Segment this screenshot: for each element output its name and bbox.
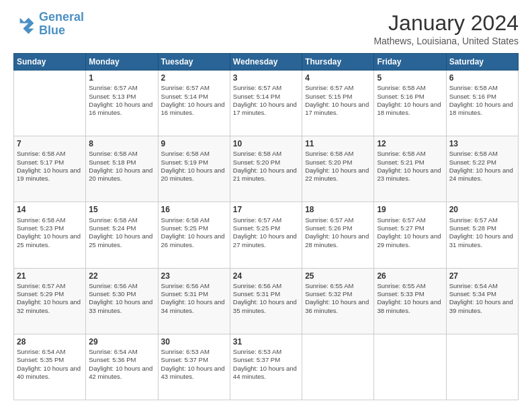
- calendar-week-row: 21Sunrise: 6:57 AM Sunset: 5:29 PM Dayli…: [14, 268, 519, 334]
- day-number: 24: [233, 271, 299, 281]
- day-number: 20: [449, 204, 515, 215]
- day-number: 19: [377, 204, 443, 215]
- day-number: 13: [449, 138, 515, 149]
- table-row: 30Sunrise: 6:53 AM Sunset: 5:37 PM Dayli…: [158, 334, 230, 400]
- day-number: 22: [89, 271, 154, 281]
- table-row: 31Sunrise: 6:53 AM Sunset: 5:37 PM Dayli…: [230, 334, 302, 400]
- day-number: 15: [89, 204, 154, 215]
- table-row: 22Sunrise: 6:56 AM Sunset: 5:30 PM Dayli…: [86, 268, 158, 334]
- table-row: 28Sunrise: 6:54 AM Sunset: 5:35 PM Dayli…: [14, 334, 86, 400]
- cell-content: Sunrise: 6:58 AM Sunset: 5:16 PM Dayligh…: [449, 84, 515, 117]
- col-sunday: Sunday: [14, 54, 86, 71]
- cell-content: Sunrise: 6:55 AM Sunset: 5:32 PM Dayligh…: [305, 282, 371, 315]
- logo-text: General Blue: [39, 11, 84, 38]
- cell-content: Sunrise: 6:57 AM Sunset: 5:28 PM Dayligh…: [449, 216, 515, 249]
- title-block: January 2024 Mathews, Louisiana, United …: [373, 11, 519, 46]
- col-friday: Friday: [374, 54, 446, 71]
- table-row: 27Sunrise: 6:54 AM Sunset: 5:34 PM Dayli…: [446, 268, 518, 334]
- table-row: [374, 334, 446, 400]
- table-row: [446, 334, 518, 400]
- day-number: 11: [305, 138, 371, 149]
- day-number: 26: [377, 271, 443, 281]
- day-number: 18: [305, 204, 371, 215]
- col-tuesday: Tuesday: [158, 54, 230, 71]
- day-number: 10: [233, 138, 299, 149]
- cell-content: Sunrise: 6:54 AM Sunset: 5:34 PM Dayligh…: [449, 282, 515, 315]
- cell-content: Sunrise: 6:56 AM Sunset: 5:31 PM Dayligh…: [161, 282, 227, 315]
- cell-content: Sunrise: 6:53 AM Sunset: 5:37 PM Dayligh…: [161, 348, 227, 381]
- table-row: 24Sunrise: 6:56 AM Sunset: 5:31 PM Dayli…: [230, 268, 302, 334]
- table-row: 16Sunrise: 6:58 AM Sunset: 5:25 PM Dayli…: [158, 202, 230, 268]
- cell-content: Sunrise: 6:54 AM Sunset: 5:35 PM Dayligh…: [17, 348, 83, 381]
- day-number: 5: [377, 73, 443, 83]
- day-number: 14: [17, 204, 83, 215]
- svg-marker-0: [23, 17, 34, 34]
- table-row: 17Sunrise: 6:57 AM Sunset: 5:25 PM Dayli…: [230, 202, 302, 268]
- logo-icon: [13, 13, 35, 35]
- cell-content: Sunrise: 6:58 AM Sunset: 5:17 PM Dayligh…: [17, 150, 83, 183]
- day-number: 4: [305, 73, 371, 83]
- day-number: 17: [233, 204, 299, 215]
- cell-content: Sunrise: 6:56 AM Sunset: 5:30 PM Dayligh…: [89, 282, 154, 315]
- table-row: [302, 334, 374, 400]
- cell-content: Sunrise: 6:57 AM Sunset: 5:27 PM Dayligh…: [377, 216, 443, 249]
- table-row: 8Sunrise: 6:58 AM Sunset: 5:18 PM Daylig…: [86, 136, 158, 202]
- logo: General Blue: [13, 11, 84, 38]
- logo-blue: Blue: [39, 24, 65, 37]
- header: General Blue January 2024 Mathews, Louis…: [13, 11, 519, 46]
- day-number: 1: [89, 73, 154, 83]
- cell-content: Sunrise: 6:53 AM Sunset: 5:37 PM Dayligh…: [233, 348, 299, 381]
- logo-general: General: [39, 10, 84, 24]
- cell-content: Sunrise: 6:57 AM Sunset: 5:14 PM Dayligh…: [161, 84, 227, 117]
- cell-content: Sunrise: 6:55 AM Sunset: 5:33 PM Dayligh…: [377, 282, 443, 315]
- table-row: 4Sunrise: 6:57 AM Sunset: 5:15 PM Daylig…: [302, 71, 374, 136]
- cell-content: Sunrise: 6:58 AM Sunset: 5:16 PM Dayligh…: [377, 84, 443, 117]
- col-monday: Monday: [86, 54, 158, 71]
- day-number: 3: [233, 73, 299, 83]
- day-number: 30: [161, 336, 227, 347]
- table-row: 15Sunrise: 6:58 AM Sunset: 5:24 PM Dayli…: [86, 202, 158, 268]
- cell-content: Sunrise: 6:57 AM Sunset: 5:14 PM Dayligh…: [233, 84, 299, 117]
- table-row: 23Sunrise: 6:56 AM Sunset: 5:31 PM Dayli…: [158, 268, 230, 334]
- table-row: 25Sunrise: 6:55 AM Sunset: 5:32 PM Dayli…: [302, 268, 374, 334]
- day-number: 27: [449, 271, 515, 281]
- day-number: 25: [305, 271, 371, 281]
- table-row: 19Sunrise: 6:57 AM Sunset: 5:27 PM Dayli…: [374, 202, 446, 268]
- table-row: 29Sunrise: 6:54 AM Sunset: 5:36 PM Dayli…: [86, 334, 158, 400]
- table-row: 20Sunrise: 6:57 AM Sunset: 5:28 PM Dayli…: [446, 202, 518, 268]
- cell-content: Sunrise: 6:58 AM Sunset: 5:24 PM Dayligh…: [89, 216, 154, 249]
- cell-content: Sunrise: 6:58 AM Sunset: 5:21 PM Dayligh…: [377, 150, 443, 183]
- table-row: 7Sunrise: 6:58 AM Sunset: 5:17 PM Daylig…: [14, 136, 86, 202]
- day-number: 21: [17, 271, 83, 281]
- table-row: 9Sunrise: 6:58 AM Sunset: 5:19 PM Daylig…: [158, 136, 230, 202]
- cell-content: Sunrise: 6:57 AM Sunset: 5:13 PM Dayligh…: [89, 84, 154, 117]
- calendar-week-row: 1Sunrise: 6:57 AM Sunset: 5:13 PM Daylig…: [14, 71, 519, 136]
- day-number: 16: [161, 204, 227, 215]
- col-wednesday: Wednesday: [230, 54, 302, 71]
- table-row: 10Sunrise: 6:58 AM Sunset: 5:20 PM Dayli…: [230, 136, 302, 202]
- calendar-table: Sunday Monday Tuesday Wednesday Thursday…: [13, 53, 519, 400]
- day-number: 9: [161, 138, 227, 149]
- col-saturday: Saturday: [446, 54, 518, 71]
- table-row: 11Sunrise: 6:58 AM Sunset: 5:20 PM Dayli…: [302, 136, 374, 202]
- table-row: 26Sunrise: 6:55 AM Sunset: 5:33 PM Dayli…: [374, 268, 446, 334]
- table-row: 18Sunrise: 6:57 AM Sunset: 5:26 PM Dayli…: [302, 202, 374, 268]
- calendar-header-row: Sunday Monday Tuesday Wednesday Thursday…: [14, 54, 519, 71]
- cell-content: Sunrise: 6:57 AM Sunset: 5:25 PM Dayligh…: [233, 216, 299, 249]
- day-number: 6: [449, 73, 515, 83]
- cell-content: Sunrise: 6:56 AM Sunset: 5:31 PM Dayligh…: [233, 282, 299, 315]
- table-row: 6Sunrise: 6:58 AM Sunset: 5:16 PM Daylig…: [446, 71, 518, 136]
- table-row: 14Sunrise: 6:58 AM Sunset: 5:23 PM Dayli…: [14, 202, 86, 268]
- cell-content: Sunrise: 6:58 AM Sunset: 5:18 PM Dayligh…: [89, 150, 154, 183]
- cell-content: Sunrise: 6:57 AM Sunset: 5:15 PM Dayligh…: [305, 84, 371, 117]
- day-number: 28: [17, 336, 83, 347]
- day-number: 2: [161, 73, 227, 83]
- cell-content: Sunrise: 6:58 AM Sunset: 5:23 PM Dayligh…: [17, 216, 83, 249]
- col-thursday: Thursday: [302, 54, 374, 71]
- table-row: 21Sunrise: 6:57 AM Sunset: 5:29 PM Dayli…: [14, 268, 86, 334]
- cell-content: Sunrise: 6:57 AM Sunset: 5:26 PM Dayligh…: [305, 216, 371, 249]
- day-number: 8: [89, 138, 154, 149]
- day-number: 31: [233, 336, 299, 347]
- cell-content: Sunrise: 6:58 AM Sunset: 5:22 PM Dayligh…: [449, 150, 515, 183]
- month-title: January 2024: [373, 11, 519, 36]
